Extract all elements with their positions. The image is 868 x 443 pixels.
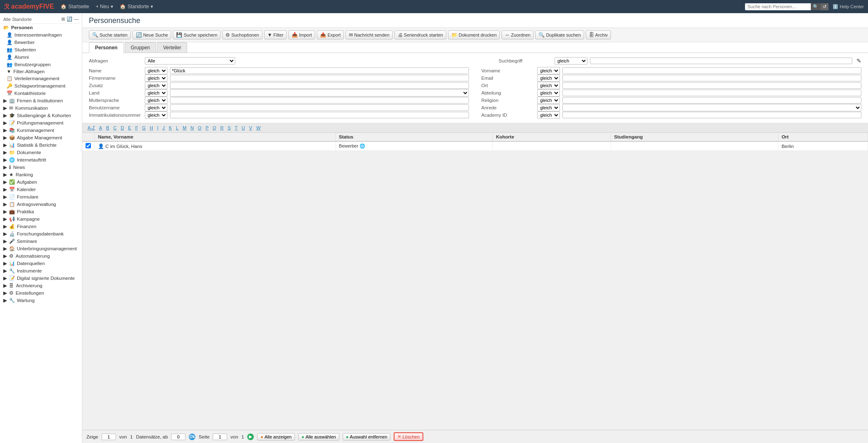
alpha-p[interactable]: P <box>204 125 211 131</box>
datensaetze-input[interactable] <box>171 434 186 440</box>
help-center-link[interactable]: ℹ️ Help Center <box>833 4 864 9</box>
abteilung-input[interactable] <box>562 90 861 96</box>
sidebar-item-praktika[interactable]: ▶ 💼 Praktika <box>0 208 82 215</box>
sidebar-item-interessentenanfragen[interactable]: 👤 Interessentenanfragen <box>0 31 82 39</box>
zuordnen-button[interactable]: ↔ Zuordnen <box>501 30 534 39</box>
alpha-m[interactable]: M <box>181 125 188 131</box>
sidebar-item-kursmanagement[interactable]: ▶ 📚 Kursmanagement <box>0 127 82 134</box>
firmenname-op[interactable]: gleich <box>145 74 167 82</box>
row-checkbox[interactable] <box>86 143 91 148</box>
vorname-input[interactable] <box>562 67 861 74</box>
alpha-b[interactable]: B <box>104 125 111 131</box>
auswahl-entfernen-button[interactable]: ● Auswahl entfernen <box>343 433 391 441</box>
sidebar-item-datenquellen[interactable]: ▶ 📊 Datenquellen <box>0 260 82 267</box>
immatrikulation-input[interactable] <box>170 112 469 118</box>
table-row[interactable]: 👤 C im Glück, Hans Bewerber 🌐 Berlin <box>82 141 868 151</box>
muttersprache-input[interactable] <box>170 97 469 104</box>
global-search-button[interactable]: 🔍 <box>811 3 821 10</box>
nav-standorte[interactable]: 🏠 Standorte ▾ <box>120 4 153 9</box>
sidebar-item-studenten[interactable]: 👥 Studenten <box>0 46 82 53</box>
alpha-k[interactable]: K <box>167 125 174 131</box>
sidebar-item-einstellungen[interactable]: ▶ ⚙ Einstellungen <box>0 289 82 297</box>
sidebar-item-verteilermanagement[interactable]: 📋 Verteilermanagement <box>0 75 82 82</box>
alpha-n[interactable]: N <box>188 125 196 131</box>
sidebar-item-dokumente[interactable]: ▶ 📁 Dokumente <box>0 149 82 156</box>
anrede-value[interactable] <box>562 104 861 111</box>
nav-startseite[interactable]: 🏠 Startseite <box>60 4 89 9</box>
alpha-az[interactable]: A-Z <box>86 125 97 131</box>
page-go-button[interactable]: ▶ <box>247 434 254 440</box>
zusatz-input[interactable] <box>170 82 469 89</box>
import-button[interactable]: 📥 Import <box>288 30 315 39</box>
sidebar-item-benutzergruppen[interactable]: 👥 Benutzergruppen <box>0 61 82 68</box>
alpha-u[interactable]: U <box>240 125 247 131</box>
sidebar-item-abgabe[interactable]: ▶ 📦 Abgabe Management <box>0 134 82 141</box>
status-info-icon[interactable]: 🌐 <box>360 143 365 148</box>
sidebar-item-internetauftritt[interactable]: ▶ 🌐 Internetauftritt <box>0 156 82 164</box>
alpha-c[interactable]: C <box>111 125 118 131</box>
firmenname-input[interactable] <box>170 75 469 81</box>
sidebar-item-kalender[interactable]: ▶ 📅 Kalender <box>0 186 82 193</box>
ort-op[interactable]: gleich <box>537 82 560 89</box>
benutzername-op[interactable]: gleich <box>145 104 167 111</box>
academy-id-input[interactable] <box>562 112 861 118</box>
sidebar-item-instrumente[interactable]: ▶ 🔧 Instrumente <box>0 267 82 275</box>
alle-auswaehlen-button[interactable]: ● Alle auswählen <box>298 433 339 441</box>
abteilung-op[interactable]: gleich <box>537 89 560 97</box>
tab-gruppen[interactable]: Gruppen <box>125 42 156 53</box>
sidebar-item-firmen[interactable]: ▶ 🏢 Firmen & Institutionen <box>0 97 82 104</box>
sidebar-item-seminare[interactable]: ▶ 🎤 Seminare <box>0 238 82 245</box>
alpha-a[interactable]: A <box>97 125 104 131</box>
neue-suche-button[interactable]: 🔄 Neue Suche <box>132 30 172 39</box>
zusatz-op[interactable]: gleich <box>145 82 167 89</box>
nav-neu[interactable]: + Neu ▾ <box>96 4 113 9</box>
zeige-input[interactable] <box>102 434 116 440</box>
edit-icon[interactable]: ✎ <box>856 58 861 64</box>
sidebar-icon-refresh[interactable]: 🔄 <box>67 16 72 22</box>
alpha-v[interactable]: V <box>247 125 254 131</box>
tab-verteiler[interactable]: Verteiler <box>157 42 187 53</box>
immatrikulation-op[interactable]: gleich <box>145 111 167 119</box>
sidebar-item-aufgaben[interactable]: ▶ ✅ Aufgaben <box>0 178 82 186</box>
sidebar-item-unterbringung[interactable]: ▶ 🏠 Unterbringungsmanagement <box>0 245 82 252</box>
suchbegriff-input[interactable] <box>590 58 852 64</box>
duplikate-suchen-button[interactable]: 🔍 Duplikate suchen <box>535 30 584 39</box>
filter-button[interactable]: ▼ Filter <box>264 30 287 39</box>
abfragen-select[interactable]: Alle <box>145 57 235 65</box>
sidebar-item-ranking[interactable]: ▶ ★ Ranking <box>0 171 82 178</box>
alpha-j[interactable]: J <box>160 125 167 131</box>
name-op[interactable]: gleich <box>145 67 167 74</box>
loeschen-button[interactable]: ✕ Löschen <box>394 432 423 441</box>
alpha-r[interactable]: R <box>218 125 226 131</box>
name-input[interactable] <box>170 67 469 74</box>
sidebar-item-kontakthistorie[interactable]: 📅 Kontakthistorie <box>0 90 82 97</box>
export-button[interactable]: 📤 Export <box>317 30 344 39</box>
nachricht-senden-button[interactable]: ✉ Nachricht senden <box>346 30 393 39</box>
tab-personen[interactable]: Personen <box>89 42 124 53</box>
alpha-e[interactable]: E <box>126 125 133 131</box>
sidebar-item-statistik[interactable]: ▶ 📊 Statistik & Berichte <box>0 141 82 149</box>
row-name-cell[interactable]: 👤 C im Glück, Hans <box>95 141 336 151</box>
sidebar-item-bewerber[interactable]: 👤 Bewerber <box>0 39 82 46</box>
ok-button[interactable]: Ok <box>189 434 195 440</box>
vorname-op[interactable]: gleich <box>537 67 560 74</box>
suche-speichern-button[interactable]: 💾 Suche speichern <box>173 30 220 39</box>
dokument-drucken-button[interactable]: 📁 Dokument drucken <box>448 30 500 39</box>
global-search-input[interactable] <box>745 3 811 10</box>
sidebar-item-wartung[interactable]: ▶ 🔧 Wartung <box>0 297 82 304</box>
sidebar-item-finanzen[interactable]: ▶ 💰 Finanzen <box>0 223 82 230</box>
sidebar-item-personen[interactable]: 📂 Personen <box>0 24 82 31</box>
suchoptionen-button[interactable]: ⚙ Suchoptionen <box>222 30 262 39</box>
global-search[interactable]: 🔍 ↺ <box>745 3 829 10</box>
sidebar-alle-standorte[interactable]: Alle Standorte <box>3 17 32 22</box>
archiv-button[interactable]: 🗄 Archiv <box>586 30 611 39</box>
muttersprache-op[interactable]: gleich <box>145 97 167 104</box>
sidebar-item-digital-sign[interactable]: ▶ 📝 Digital signierte Dokumente <box>0 275 82 282</box>
app-logo[interactable]: ℛacademyFIVE <box>4 3 54 11</box>
alpha-f[interactable]: F <box>133 125 140 131</box>
alpha-q[interactable]: Q <box>211 125 218 131</box>
alpha-w[interactable]: W <box>254 125 262 131</box>
suchbegriff-op[interactable]: gleich <box>555 57 587 65</box>
alpha-d[interactable]: D <box>118 125 126 131</box>
sidebar-icon-collapse[interactable]: — <box>74 16 79 22</box>
